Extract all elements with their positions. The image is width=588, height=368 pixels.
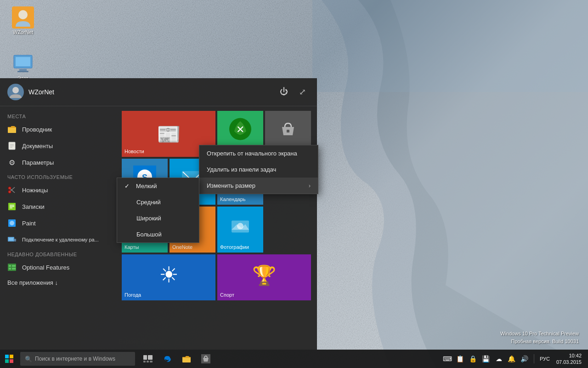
resize-medium[interactable]: Средний: [117, 194, 199, 210]
tile-news-label: Новости: [124, 149, 144, 154]
svg-rect-29: [9, 268, 11, 270]
clock-time: 10:42: [569, 352, 582, 359]
menu-item-settings[interactable]: ⚙ Параметры: [0, 154, 117, 171]
volume-icon[interactable]: 🔊: [519, 350, 530, 368]
svg-rect-54: [148, 355, 153, 360]
resize-submenu: Мелкий Средний Широкий Большой: [117, 178, 199, 243]
svg-rect-31: [12, 268, 16, 270]
keyboard-icon[interactable]: ⌨: [442, 350, 453, 368]
menu-item-scissors[interactable]: Ножницы: [0, 182, 117, 198]
svg-point-8: [12, 87, 19, 93]
menu-item-paint[interactable]: Paint: [0, 215, 117, 231]
menu-item-remote[interactable]: Подключение к удаленному ра...: [0, 231, 117, 248]
onedrive-icon[interactable]: ☁: [493, 350, 504, 368]
notification-icon[interactable]: 🔔: [506, 350, 517, 368]
svg-rect-1: [312, 0, 588, 92]
all-apps-button[interactable]: Все приложения ↓: [0, 276, 117, 290]
tile-onenote-label: OneNote: [172, 244, 192, 250]
scissors-icon: [7, 185, 17, 195]
svg-rect-30: [12, 265, 16, 267]
menu-item-documents[interactable]: Документы: [0, 138, 117, 154]
tile-sport[interactable]: 🏆 Спорт: [217, 254, 311, 300]
menu-item-optional-features[interactable]: Optional Features: [0, 259, 117, 276]
submenu-arrow-icon: ›: [309, 182, 311, 189]
svg-rect-55: [143, 361, 146, 362]
context-menu-resize-label: Изменить размер: [207, 182, 305, 189]
optional-features-icon: [7, 263, 17, 272]
store-taskbar-button[interactable]: [197, 350, 215, 368]
context-menu-remove-taskbar[interactable]: Удалить из панели задач: [199, 161, 318, 178]
clock-date: 07.03.2015: [556, 359, 582, 365]
menu-item-notes[interactable]: Записки: [0, 198, 117, 215]
taskbar: 🔍 Поиск в интернете и в Windows: [0, 350, 588, 368]
tile-weather[interactable]: ☀ Погода: [122, 254, 215, 300]
tile-maps-label: Карты: [124, 244, 139, 250]
edge-button[interactable]: [158, 350, 176, 368]
menu-item-explorer[interactable]: Проводник: [0, 121, 117, 138]
recent-section-label: Недавно добавленные: [0, 248, 117, 259]
paint-icon: [7, 218, 17, 228]
svg-rect-49: [5, 355, 9, 358]
explorer-taskbar-button[interactable]: [177, 350, 196, 368]
explorer-label: Проводник: [22, 126, 52, 133]
tile-sport-label: Спорт: [220, 292, 234, 298]
context-menu-unpin[interactable]: Открепить от начального экрана: [199, 145, 318, 161]
computer-icon: [12, 52, 34, 75]
svg-rect-50: [10, 355, 13, 358]
resize-large[interactable]: Большой: [117, 226, 199, 242]
svg-rect-57: [150, 361, 153, 362]
svg-rect-28: [9, 265, 11, 267]
windows-info: Windows 10 Pro Technical Preview Пробная…: [500, 330, 579, 345]
resize-wide-label: Широкий: [136, 215, 161, 222]
start-username: WZorNet: [28, 88, 276, 96]
search-box[interactable]: 🔍 Поиск в интернете и в Windows: [20, 352, 135, 366]
paint-label: Paint: [22, 220, 36, 227]
start-button[interactable]: [0, 350, 18, 368]
svg-rect-51: [5, 359, 9, 363]
svg-point-23: [10, 221, 14, 225]
resize-medium-label: Средний: [136, 199, 161, 206]
svg-rect-5: [16, 57, 30, 66]
resize-wide[interactable]: Широкий: [117, 210, 199, 226]
svg-rect-25: [9, 238, 13, 241]
context-menu-resize[interactable]: Изменить размер › Мелкий Средний Широкий…: [199, 178, 318, 194]
resize-large-label: Большой: [136, 231, 162, 238]
frequent-section-label: Часто используемые: [0, 171, 117, 182]
tile-weather-label: Погода: [124, 292, 141, 298]
language-indicator[interactable]: РУС: [538, 350, 552, 368]
svg-rect-35: [287, 130, 289, 132]
wzornet-icon: [12, 6, 34, 29]
resize-small-label: Мелкий: [136, 183, 157, 190]
settings-label: Параметры: [22, 159, 54, 166]
start-left-panel: Места Проводник: [0, 106, 117, 350]
svg-text:✕: ✕: [236, 124, 244, 135]
remote-label: Подключение к удаленному ра...: [22, 237, 99, 242]
context-menu-unpin-label: Открепить от начального экрана: [207, 150, 297, 157]
task-view-button[interactable]: [139, 350, 157, 368]
optional-features-label: Optional Features: [22, 264, 69, 271]
system-clock[interactable]: 10:42 07.03.2015: [554, 352, 584, 366]
expand-button[interactable]: ⤢: [295, 85, 310, 99]
tile-photos[interactable]: Фотографии: [217, 207, 263, 253]
wzornet-icon-label: WZorNet: [13, 29, 33, 35]
svg-rect-52: [10, 359, 13, 363]
power-button[interactable]: ⏻: [276, 85, 292, 99]
svg-rect-53: [143, 355, 147, 360]
svg-rect-26: [14, 239, 16, 242]
all-apps-label: Все приложения ↓: [7, 279, 58, 286]
user-avatar[interactable]: [7, 84, 24, 100]
svg-point-3: [18, 10, 28, 19]
notes-label: Записки: [22, 203, 45, 210]
remote-icon: [7, 235, 17, 244]
taskbar-tray: ⌨ 📋 🔒 💾 ☁ 🔔 🔊 РУС 10:42 07.03.2015: [442, 350, 588, 368]
svg-rect-56: [147, 361, 149, 362]
svg-rect-27: [8, 264, 16, 271]
search-icon: 🔍: [25, 356, 32, 362]
desktop-icon-wzornet[interactable]: WZorNet: [5, 5, 41, 37]
vpn-icon[interactable]: 🔒: [468, 350, 479, 368]
context-menu-remove-taskbar-label: Удалить из панели задач: [207, 166, 276, 173]
device-icon[interactable]: 💾: [481, 350, 492, 368]
places-section-label: Места: [0, 110, 117, 121]
resize-small[interactable]: Мелкий: [117, 178, 199, 194]
clipboard-icon[interactable]: 📋: [455, 350, 466, 368]
